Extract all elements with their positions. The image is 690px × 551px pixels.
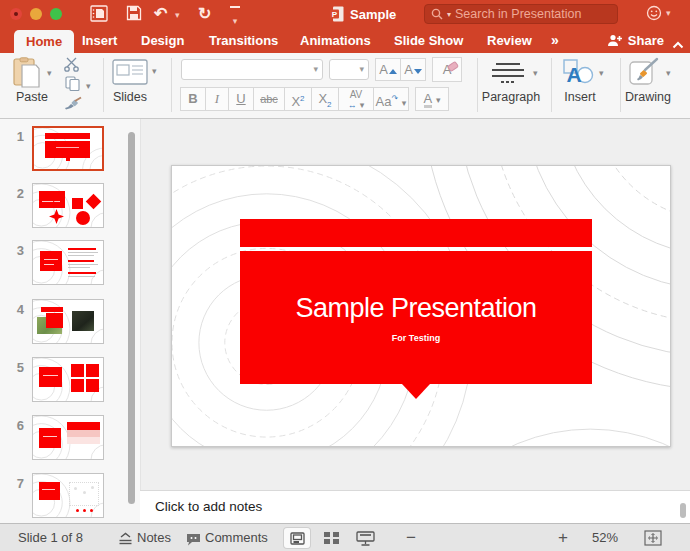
powerpoint-window: ↶ ▾ ↻ ▾ P Sample ▾ bbox=[0, 0, 690, 551]
paste-button[interactable] bbox=[12, 57, 42, 93]
zoom-out-button[interactable]: − bbox=[406, 524, 416, 551]
collapse-ribbon-icon[interactable] bbox=[672, 35, 684, 53]
tab-transitions[interactable]: Transitions bbox=[209, 28, 278, 53]
font-size-combobox[interactable]: ▾ bbox=[329, 59, 369, 80]
tab-design[interactable]: Design bbox=[141, 28, 184, 53]
zoom-window-button[interactable] bbox=[50, 8, 62, 20]
paste-dropdown-icon[interactable]: ▾ bbox=[47, 68, 52, 78]
drawing-dropdown-icon[interactable]: ▾ bbox=[666, 68, 671, 78]
comments-toggle-label[interactable]: Comments bbox=[205, 524, 268, 551]
notes-placeholder[interactable]: Click to add notes bbox=[155, 499, 262, 514]
insert-dropdown-icon[interactable]: ▾ bbox=[599, 68, 604, 78]
bold-button[interactable]: B bbox=[180, 87, 206, 111]
comments-toggle-icon[interactable] bbox=[186, 532, 201, 550]
format-painter-icon[interactable] bbox=[64, 96, 84, 114]
close-window-button[interactable] bbox=[10, 8, 22, 20]
font-name-dropdown-icon[interactable]: ▾ bbox=[313, 64, 318, 74]
zoom-in-button[interactable]: + bbox=[558, 524, 568, 551]
tab-review[interactable]: Review bbox=[487, 28, 532, 53]
change-case-dropdown-icon[interactable]: ▾ bbox=[402, 98, 407, 108]
undo-icon[interactable]: ↶ bbox=[154, 4, 167, 23]
paragraph-dropdown-icon[interactable]: ▾ bbox=[533, 68, 538, 78]
paragraph-label: Paragraph bbox=[480, 90, 542, 104]
status-bar: Slide 1 of 8 Notes Comments bbox=[0, 523, 690, 551]
slide-thumbnail-1[interactable] bbox=[32, 126, 104, 171]
change-case-arrow-icon: ↷ bbox=[392, 94, 399, 103]
font-name-combobox[interactable]: ▾ bbox=[181, 59, 323, 80]
grow-font-button[interactable]: A bbox=[375, 58, 401, 81]
share-button[interactable]: Share bbox=[607, 28, 664, 53]
search-box[interactable]: ▾ bbox=[424, 4, 618, 24]
slides-dropdown-icon[interactable]: ▾ bbox=[152, 66, 157, 76]
minimize-window-button[interactable] bbox=[30, 8, 42, 20]
shrink-font-arrow-icon bbox=[414, 69, 422, 74]
tab-slide-show[interactable]: Slide Show bbox=[394, 28, 463, 53]
notes-pane[interactable]: Click to add notes bbox=[140, 490, 690, 523]
slide-thumbnail-2[interactable] bbox=[32, 183, 104, 228]
font-color-button[interactable]: A ▾ bbox=[415, 87, 449, 111]
slide-title-block[interactable]: Sample Presentation For Testing bbox=[240, 251, 592, 384]
fit-slide-to-window-button[interactable] bbox=[644, 530, 662, 550]
current-slide[interactable]: Sample Presentation For Testing bbox=[171, 165, 671, 447]
superscript-button[interactable]: X2 bbox=[284, 87, 312, 111]
smiley-dropdown-icon[interactable]: ▾ bbox=[666, 9, 671, 18]
slide-editing-canvas[interactable]: Sample Presentation For Testing bbox=[140, 119, 690, 490]
zoom-level[interactable]: 52% bbox=[592, 524, 618, 551]
undo-dropdown-icon[interactable]: ▾ bbox=[175, 11, 180, 20]
slide-number: 2 bbox=[8, 186, 24, 201]
shrink-font-button[interactable]: A bbox=[400, 58, 426, 81]
tab-home[interactable]: Home bbox=[14, 30, 74, 53]
slide-thumbnail-7[interactable] bbox=[32, 473, 104, 518]
font-color-label: A bbox=[424, 93, 433, 108]
drawing-button[interactable] bbox=[629, 57, 661, 90]
notes-scrollbar[interactable] bbox=[680, 503, 686, 518]
copy-dropdown-icon[interactable]: ▾ bbox=[86, 81, 91, 91]
slide-subtitle[interactable]: For Testing bbox=[392, 333, 440, 343]
slideshow-view-button[interactable] bbox=[352, 528, 378, 548]
cut-icon[interactable] bbox=[63, 57, 82, 76]
drawing-label: Drawing bbox=[624, 90, 672, 104]
strikethrough-button[interactable]: abc bbox=[253, 87, 285, 111]
subscript-button[interactable]: X2 bbox=[311, 87, 339, 111]
customize-toolbar-icon[interactable]: ▾ bbox=[230, 6, 240, 28]
slide-thumbnail-3[interactable] bbox=[32, 240, 104, 285]
tab-overflow-chevron[interactable]: » bbox=[551, 28, 559, 53]
tab-animations[interactable]: Animations bbox=[300, 28, 371, 53]
search-input[interactable] bbox=[455, 7, 605, 21]
insert-button[interactable]: A bbox=[562, 58, 594, 90]
slide-top-banner[interactable] bbox=[240, 219, 592, 247]
thumbnail-scrollbar[interactable] bbox=[128, 132, 135, 504]
notes-toggle-icon[interactable] bbox=[118, 531, 133, 549]
italic-button[interactable]: I bbox=[205, 87, 229, 111]
font-color-dropdown-icon[interactable]: ▾ bbox=[436, 95, 441, 105]
change-case-button[interactable]: Aa↷ ▾ bbox=[373, 87, 409, 111]
font-size-dropdown-icon[interactable]: ▾ bbox=[359, 64, 364, 74]
paragraph-button[interactable] bbox=[489, 61, 527, 89]
copy-icon[interactable] bbox=[65, 76, 81, 95]
new-slide-icon[interactable] bbox=[90, 5, 108, 22]
font-format-row: B I U abc X2 X2 AV ↔ ▾ Aa↷ ▾ A ▾ bbox=[181, 87, 449, 111]
slide-thumbnail-5[interactable] bbox=[32, 357, 104, 402]
slide-number: 3 bbox=[8, 243, 24, 258]
save-icon[interactable] bbox=[126, 5, 142, 21]
notes-toggle-label[interactable]: Notes bbox=[137, 524, 171, 551]
tab-insert[interactable]: Insert bbox=[82, 28, 117, 53]
superscript-base: X bbox=[291, 94, 300, 109]
character-spacing-dropdown-icon[interactable]: ▾ bbox=[360, 100, 365, 110]
slides-button[interactable] bbox=[112, 59, 148, 89]
slide-title[interactable]: Sample Presentation bbox=[295, 293, 536, 324]
slide-number: 6 bbox=[8, 418, 24, 433]
svg-text:P: P bbox=[332, 10, 338, 19]
slide-indicator: Slide 1 of 8 bbox=[18, 524, 83, 551]
underline-button[interactable]: U bbox=[228, 87, 254, 111]
redo-icon[interactable]: ↻ bbox=[198, 4, 211, 23]
feedback-smiley-icon[interactable]: ▾ bbox=[646, 5, 671, 21]
clear-formatting-button[interactable]: A bbox=[432, 57, 462, 82]
search-scope-dropdown-icon[interactable]: ▾ bbox=[447, 10, 451, 19]
normal-view-button[interactable] bbox=[284, 528, 310, 548]
slide-sorter-view-button[interactable] bbox=[318, 528, 344, 548]
character-spacing-button[interactable]: AV ↔ ▾ bbox=[338, 87, 374, 111]
slide-thumbnail-6[interactable] bbox=[32, 415, 104, 460]
paste-label: Paste bbox=[10, 90, 54, 104]
slide-thumbnail-4[interactable] bbox=[32, 299, 104, 344]
